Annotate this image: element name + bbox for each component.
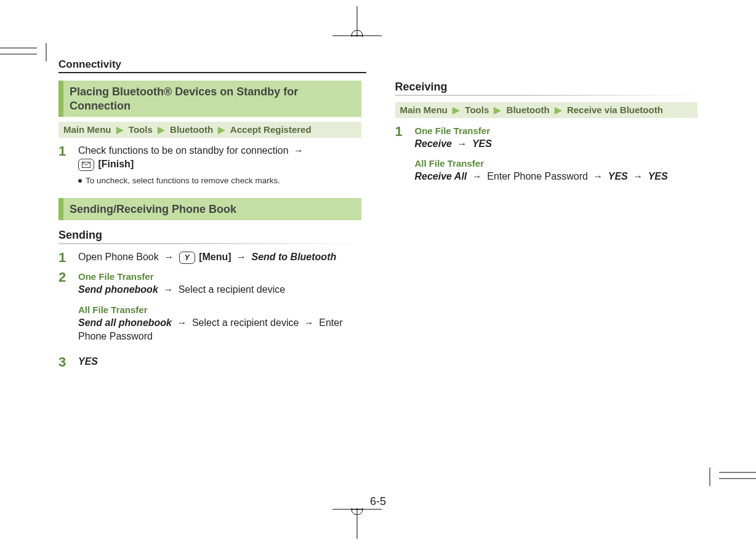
step-text: Check functions to be on standby for con… bbox=[78, 145, 289, 156]
arrow-icon: → bbox=[457, 138, 467, 149]
chevron-icon: ▶ bbox=[555, 105, 562, 116]
chevron-icon: ▶ bbox=[116, 124, 124, 135]
enter-password: Enter Phone Password bbox=[487, 171, 588, 181]
nav-item: Receive via Bluetooth bbox=[567, 105, 663, 115]
receive-action: Receive bbox=[415, 138, 452, 149]
sending-step-3: 3 YES bbox=[58, 355, 361, 370]
arrow-icon: → bbox=[472, 171, 482, 181]
sending-step-2: 2 One File Transfer Send phonebook → Sel… bbox=[58, 270, 361, 349]
yes-action: YES bbox=[472, 138, 492, 149]
right-column: Receiving Main Menu ▶ Tools ▶ Bluetooth … bbox=[395, 81, 698, 375]
crop-mark-left bbox=[0, 43, 55, 62]
one-file-label: One File Transfer bbox=[78, 270, 361, 283]
nav-path-accept: Main Menu ▶ Tools ▶ Bluetooth ▶ Accept R… bbox=[58, 122, 361, 138]
step-number: 2 bbox=[58, 270, 70, 285]
arrow-icon: → bbox=[633, 171, 643, 181]
arrow-icon: → bbox=[177, 317, 187, 328]
select-recipient: Select a recipient device bbox=[179, 284, 285, 295]
finish-label: [Finish] bbox=[98, 159, 134, 169]
y-key-icon: Y bbox=[179, 252, 195, 264]
nav-path-receive: Main Menu ▶ Tools ▶ Bluetooth ▶ Receive … bbox=[395, 102, 698, 118]
yes-action: YES bbox=[78, 356, 98, 367]
send-to-bluetooth: Send to Bluetooth bbox=[251, 252, 336, 262]
heading-phonebook: Sending/Receiving Phone Book bbox=[58, 198, 361, 221]
bullet-icon bbox=[78, 179, 82, 183]
arrow-icon: → bbox=[236, 252, 246, 262]
arrow-icon: → bbox=[304, 317, 314, 328]
nav-root: Main Menu bbox=[63, 124, 111, 135]
menu-label: [Menu] bbox=[199, 252, 231, 262]
arrow-icon: → bbox=[294, 145, 304, 156]
page-title: Connectivity bbox=[58, 58, 366, 73]
all-file-label: All File Transfer bbox=[415, 157, 698, 170]
heading-standby: Placing Bluetooth® Devices on Standby fo… bbox=[58, 81, 361, 117]
step-number: 1 bbox=[395, 124, 406, 139]
receive-all-action: Receive All bbox=[415, 171, 467, 181]
chevron-icon: ▶ bbox=[218, 124, 225, 135]
one-file-block: One File Transfer Send phonebook → Selec… bbox=[78, 270, 361, 296]
crop-mark-top bbox=[320, 6, 394, 37]
chevron-icon: ▶ bbox=[494, 105, 501, 116]
receiving-subheading: Receiving bbox=[395, 81, 698, 96]
nav-item: Tools bbox=[465, 105, 489, 115]
mail-key-icon bbox=[78, 159, 94, 171]
chevron-icon: ▶ bbox=[452, 105, 460, 116]
nav-root: Main Menu bbox=[400, 105, 448, 115]
all-file-receive-block: All File Transfer Receive All → Enter Ph… bbox=[415, 157, 698, 183]
chevron-icon: ▶ bbox=[158, 124, 165, 135]
one-file-label: One File Transfer bbox=[415, 124, 698, 137]
page-content: Connectivity Placing Bluetooth® Devices … bbox=[58, 58, 698, 502]
arrow-icon: → bbox=[164, 252, 174, 262]
page-number: 6-5 bbox=[58, 495, 698, 508]
step-text: Open Phone Book bbox=[78, 252, 159, 262]
select-recipient: Select a recipient device bbox=[192, 317, 299, 328]
step-number: 3 bbox=[58, 355, 70, 370]
all-file-block: All File Transfer Send all phonebook → S… bbox=[78, 303, 361, 344]
note-uncheck: To uncheck, select functions to remove c… bbox=[78, 175, 361, 187]
nav-item: Tools bbox=[129, 124, 153, 135]
arrow-icon: → bbox=[593, 171, 603, 181]
step-1-standby: 1 Check functions to be on standby for c… bbox=[58, 144, 361, 187]
arrow-icon: → bbox=[163, 284, 173, 295]
step-number: 1 bbox=[58, 144, 70, 159]
yes-action: YES bbox=[608, 171, 628, 181]
left-column: Placing Bluetooth® Devices on Standby fo… bbox=[58, 81, 361, 375]
crop-mark-right bbox=[701, 467, 756, 486]
receiving-step-1: 1 One File Transfer Receive → YES All Fi… bbox=[395, 124, 698, 190]
sending-subheading: Sending bbox=[58, 229, 361, 244]
send-phonebook-action: Send phonebook bbox=[78, 284, 158, 295]
step-number: 1 bbox=[58, 250, 70, 265]
nav-item: Bluetooth bbox=[170, 124, 213, 135]
note-text: To uncheck, select functions to remove c… bbox=[86, 176, 280, 185]
yes-action: YES bbox=[648, 171, 668, 181]
one-file-receive-block: One File Transfer Receive → YES bbox=[415, 124, 698, 151]
nav-item: Bluetooth bbox=[507, 105, 550, 115]
send-all-phonebook-action: Send all phonebook bbox=[78, 317, 172, 328]
crop-mark-bottom bbox=[320, 508, 394, 539]
all-file-label: All File Transfer bbox=[78, 303, 361, 316]
nav-item: Accept Registered bbox=[230, 124, 312, 135]
sending-step-1: 1 Open Phone Book → Y [Menu] → Send to B… bbox=[58, 250, 361, 265]
